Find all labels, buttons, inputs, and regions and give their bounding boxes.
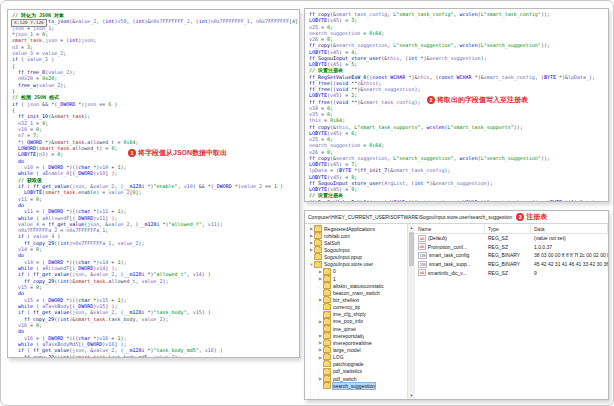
tree-item-registeredapplications[interactable]: ▶RegisteredApplications (305, 225, 407, 232)
annotation-write-text: 将取出的字段值写入至注册表 (437, 95, 528, 105)
tree-item-ime-cfg-shiply[interactable]: ime_cfg_shiply (305, 311, 407, 318)
decompiler-json-parse-panel: // 转化为 JSON 对象json_1 = ff_to_json(&value… (7, 9, 300, 358)
registry-address-text: Computer\HKEY_CURRENT_USER\SOFTWARE\Sogo… (308, 214, 512, 220)
tree-item-label: beacon_main_switch (333, 290, 380, 296)
tree-item-label: ime_cfg_shiply (333, 311, 366, 317)
tree-item-currency-tip[interactable]: currency_tip (305, 304, 407, 311)
folder-icon (323, 325, 331, 332)
tree-item-1[interactable]: ▶1 (305, 275, 407, 282)
tree-item-label: SalSoft (324, 240, 340, 246)
value-data: 9 (531, 270, 608, 276)
folder-icon (323, 332, 331, 339)
tree-item-label: imereportdaily (333, 333, 364, 339)
tree-item-label: RegisteredApplications (324, 226, 375, 232)
registry-value-row[interactable]: abPromotion_conf...REG_SZ1.0.0.37 (415, 243, 608, 252)
value-data: 38 03 00 00 ff ff ff 7f 2c 00 02 00 02 0… (531, 252, 608, 258)
value-data: 1.0.0.37 (531, 244, 608, 250)
tree-item-label: search_suggestion (333, 383, 375, 389)
annotation-write: 2 将取出的字段值写入至注册表 (427, 95, 528, 105)
tree-item-ime-pop-info[interactable]: ▶ime_pop_info (305, 318, 407, 325)
registry-value-row[interactable]: 110smart_task_supp...REG_BINARY45 42 42 … (415, 260, 608, 269)
tree-item-label: patchupgrade (333, 361, 364, 367)
folder-icon (323, 268, 331, 275)
value-type: REG_SZ (485, 235, 531, 241)
tree-item-label: SogouInput (324, 247, 350, 253)
tree-item-0[interactable]: ▶0 (305, 268, 407, 275)
value-data: 45 42 42 31 41 46 41 33 42 30 36 37 44 4… (531, 261, 608, 267)
folder-icon (323, 354, 331, 361)
badge-3-icon: 3 (516, 213, 524, 221)
value-name: (Default) (428, 235, 447, 241)
tree-item-biz-shellext[interactable]: ▶biz_shellext (305, 296, 407, 303)
scroll-up-icon[interactable]: ▲ (408, 224, 415, 231)
value-type: REG_BINARY (485, 261, 531, 267)
column-header-type[interactable]: Type (485, 224, 531, 233)
value-name: smart_task_config (429, 252, 470, 258)
registry-value-row[interactable]: ab(Default)REG_SZ(value not set) (415, 234, 608, 243)
folder-icon (323, 297, 331, 304)
tree-item-label: pdf_statistics (333, 368, 362, 374)
value-name: Promotion_conf... (428, 244, 467, 250)
reg-binary-icon: 110 (418, 261, 427, 268)
tree-item-sogouinput-ppup[interactable]: SogouInput.ppup (305, 254, 407, 261)
tree-item-label: biz_shellext (333, 297, 359, 303)
tree-item-imereportrealtime[interactable]: ▶imereportrealtime (305, 339, 407, 346)
column-header-name[interactable]: Name (415, 224, 485, 233)
tree-item-large-model[interactable]: ▶large_model (305, 346, 407, 353)
folder-icon (314, 254, 322, 261)
tree-item-label: allskin_statusiconstatic (333, 283, 384, 289)
value-list-header[interactable]: NameTypeData (415, 224, 608, 234)
registry-value-list: NameTypeData ab(Default)REG_SZ(value not… (415, 224, 608, 399)
reg-sz-icon: ab (418, 269, 426, 276)
tree-item-sogouinput[interactable]: ▶SogouInput (305, 246, 407, 253)
registry-address-bar[interactable]: Computer\HKEY_CURRENT_USER\SOFTWARE\Sogo… (305, 211, 608, 224)
tree-item-label: large_model (333, 347, 361, 353)
tree-item-imereportdaily[interactable]: ▶imereportdaily (305, 332, 407, 339)
tree-item-label: LOG (333, 354, 344, 360)
tree-item-ime-qimei[interactable]: ime_qimei (305, 325, 407, 332)
badge-1-icon: 1 (128, 149, 136, 157)
folder-icon (323, 375, 331, 382)
tree-item-label: ime_qimei (333, 326, 356, 332)
folder-icon (314, 232, 322, 239)
scrollbar-thumb[interactable] (409, 232, 414, 266)
decompiler-registry-write-panel: ff_copy(&smart_task_config, L"smart_task… (304, 8, 609, 202)
tree-item-rohitab-com[interactable]: ▶rohitab.com (305, 232, 407, 239)
folder-icon (323, 368, 331, 375)
scroll-down-icon[interactable]: ▼ (408, 392, 415, 399)
folder-icon (323, 282, 331, 289)
value-name: smart_task_supp... (429, 261, 471, 267)
folder-icon (314, 240, 322, 247)
value-type: REG_SZ (485, 270, 531, 276)
tree-item-log[interactable]: ▶LOG (305, 354, 407, 361)
badge-2-icon: 2 (427, 96, 435, 104)
tree-item-label: pdf_switch (333, 376, 357, 382)
annotation-extract: 1 将字段值从JSON数据中取出 (128, 148, 227, 158)
folder-icon (323, 340, 331, 347)
value-type: REG_SZ (485, 244, 531, 250)
value-name: smartinfo_dic_v... (428, 270, 467, 276)
tree-item-label: SogouInput.store.user (324, 261, 373, 267)
tree-item-label: currency_tip (333, 304, 360, 310)
tree-item-allskin-statusiconstatic[interactable]: allskin_statusiconstatic (305, 282, 407, 289)
value-type: REG_BINARY (485, 252, 531, 258)
registry-key-tree: ▶RegisteredApplications▶rohitab.com▶SalS… (305, 224, 407, 399)
folder-icon (314, 225, 322, 232)
tree-item-sogouinput-store-user[interactable]: ▼SogouInput.store.user (305, 261, 407, 268)
registry-value-row[interactable]: 110smart_task_configREG_BINARY38 03 00 0… (415, 251, 608, 260)
reg-binary-icon: 110 (418, 252, 427, 259)
folder-icon (323, 311, 331, 318)
tree-item-salsoft[interactable]: ▶SalSoft (305, 239, 407, 246)
tree-item-pdf-statistics[interactable]: pdf_statistics (305, 368, 407, 375)
tree-item-search-suggestion[interactable]: search_suggestion (305, 382, 407, 389)
folder-icon (323, 382, 331, 389)
column-header-data[interactable]: Data (531, 224, 608, 233)
registry-value-row[interactable]: absmartinfo_dic_v...REG_SZ9 (415, 268, 608, 277)
tree-item-patchupgrade[interactable]: patchupgrade (305, 361, 407, 368)
value-data: (value not set) (531, 235, 608, 241)
folder-icon (323, 304, 331, 311)
tree-item-beacon-main-switch[interactable]: beacon_main_switch (305, 289, 407, 296)
tree-item-pdf-switch[interactable]: ▶pdf_switch (305, 375, 407, 382)
tree-item-label: ime_pop_info (333, 318, 363, 324)
tree-scrollbar[interactable]: ▲ ▼ (407, 224, 415, 399)
